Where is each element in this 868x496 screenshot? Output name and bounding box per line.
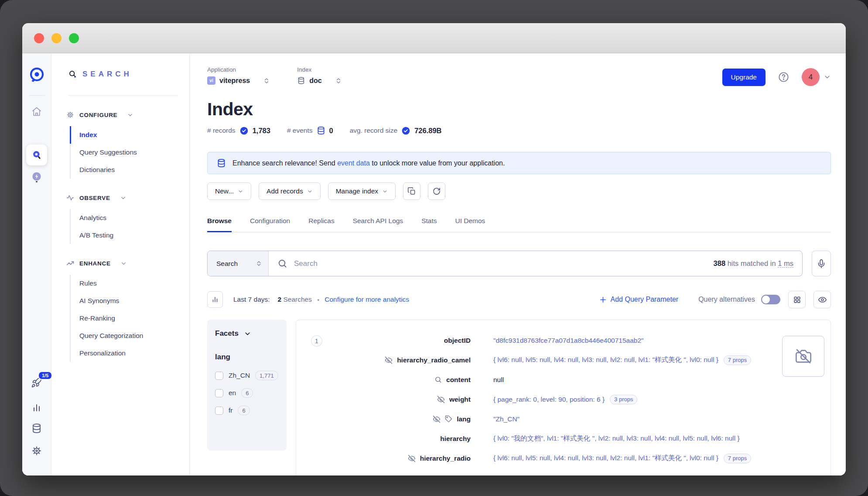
- zoom-window-button[interactable]: [69, 33, 79, 43]
- stat-label: # records: [207, 127, 236, 134]
- manage-index-button[interactable]: Manage index: [328, 183, 396, 200]
- tab-browse[interactable]: Browse: [207, 217, 232, 232]
- app-topbar: Application vi vitepress Index: [207, 66, 831, 86]
- grid-view-button[interactable]: [788, 291, 806, 308]
- index-stats: # records 1,783 # events 0 avg. rec: [207, 125, 831, 136]
- props-count-pill: 3 props: [610, 395, 637, 404]
- field-value: null: [493, 376, 504, 384]
- manage-index-label: Manage index: [336, 187, 378, 195]
- analytics-count: 2 Searches: [278, 296, 312, 303]
- analytics-row: Last 7 days: 2 Searches • Configure for …: [207, 291, 831, 308]
- sidebar-item-ab-testing[interactable]: A/B Testing: [70, 227, 189, 244]
- facet-count: 6: [238, 406, 249, 415]
- facets-header[interactable]: Facets: [215, 329, 279, 338]
- configure-section-header[interactable]: CONFIGURE: [51, 110, 189, 119]
- section-label: ENHANCE: [79, 260, 111, 267]
- field-label: hierarchy_radio_camel: [397, 356, 471, 364]
- hits-time: 1 ms: [778, 259, 793, 268]
- add-records-button[interactable]: Add records: [259, 183, 321, 200]
- facet-checkbox[interactable]: [215, 406, 223, 415]
- rail-divider: [29, 95, 45, 96]
- navigation-sidebar: SEARCH CONFIGURE: [51, 53, 190, 475]
- facet-checkbox[interactable]: [215, 389, 223, 397]
- chevron-down-icon: [120, 260, 127, 267]
- tab-replicas[interactable]: Replicas: [308, 217, 334, 232]
- stat-value: 0: [329, 127, 333, 135]
- sidebar-item-rules[interactable]: Rules: [70, 275, 189, 292]
- sidebar-item-personalization[interactable]: Personalization: [70, 344, 189, 362]
- query-alternatives-toggle[interactable]: [761, 295, 780, 304]
- voice-search-button[interactable]: [812, 251, 831, 276]
- tag-icon: [445, 415, 452, 423]
- sidebar-item-query-categorization[interactable]: Query Categorization: [70, 327, 189, 344]
- sidebar-item-ai-synonyms[interactable]: AI Synonyms: [70, 292, 189, 310]
- database-icon[interactable]: [31, 423, 42, 434]
- gear-icon: [66, 111, 74, 119]
- event-data-link[interactable]: event data: [337, 159, 370, 167]
- analytics-chart-button[interactable]: [207, 291, 223, 308]
- close-window-button[interactable]: [34, 33, 44, 43]
- sidebar-item-analytics[interactable]: Analytics: [70, 209, 189, 227]
- chevron-down-icon: [244, 330, 251, 338]
- tab-search-api-logs[interactable]: Search API Logs: [353, 217, 403, 232]
- preview-visibility-button[interactable]: [813, 291, 831, 308]
- chevron-down-icon[interactable]: [824, 73, 831, 81]
- tab-ui-demos[interactable]: UI Demos: [455, 217, 485, 232]
- recommend-bulb-icon[interactable]: [31, 171, 43, 184]
- field-value: "d8fc931d8763fce77a07d1a8cb446e400715aab…: [493, 337, 644, 344]
- copy-button[interactable]: [403, 183, 420, 200]
- browse-content: Facets lang Zh_CN 1,771: [207, 320, 831, 475]
- search-product-tab[interactable]: [26, 145, 47, 165]
- field-value: { lvl6: null, lvl5: null, lvl4: null, lv…: [493, 454, 718, 463]
- configure-analytics-link[interactable]: Configure for more analytics: [325, 296, 409, 303]
- sidebar-item-dictionaries[interactable]: Dictionaries: [70, 161, 189, 179]
- refresh-button[interactable]: [428, 183, 445, 200]
- props-count-pill: 7 props: [724, 454, 751, 463]
- application-value: vitepress: [219, 77, 250, 85]
- facet-label[interactable]: Zh_CN: [229, 372, 250, 379]
- tab-stats[interactable]: Stats: [421, 217, 437, 232]
- search-input[interactable]: [294, 259, 707, 268]
- field-value: { lvl6: null, lvl5: null, lvl4: null, lv…: [493, 355, 718, 365]
- observe-section-header[interactable]: OBSERVE: [51, 193, 189, 202]
- upgrade-button[interactable]: Upgrade: [722, 69, 765, 86]
- main-content: Application vi vitepress Index: [190, 53, 846, 475]
- bar-chart-icon[interactable]: [31, 402, 42, 413]
- algolia-logo-icon[interactable]: [28, 66, 45, 83]
- banner-text-before: Enhance search relevance! Send: [232, 159, 337, 167]
- home-icon[interactable]: [31, 106, 42, 117]
- minimize-window-button[interactable]: [51, 33, 62, 43]
- chevrons-up-down-icon: [256, 260, 262, 267]
- record-field-lang: lang "Zh_CN": [307, 409, 776, 429]
- facet-checkbox[interactable]: [215, 372, 223, 380]
- field-value: "Zh_CN": [493, 415, 519, 423]
- facet-label[interactable]: fr: [229, 406, 232, 414]
- tab-configuration[interactable]: Configuration: [250, 217, 290, 232]
- analytics-count-suffix: Searches: [281, 296, 312, 303]
- gear-icon[interactable]: [31, 445, 42, 456]
- eye-off-icon: [385, 356, 393, 364]
- props-count-pill: 7 props: [724, 355, 751, 365]
- field-value: { page_rank: 0, level: 90, position: 6 }: [493, 396, 605, 403]
- record-fields: objectID "d8fc931d8763fce77a07d1a8cb446e…: [307, 331, 776, 475]
- help-icon[interactable]: [778, 71, 789, 83]
- facet-label[interactable]: en: [229, 389, 236, 397]
- enhance-section-header[interactable]: ENHANCE: [51, 259, 189, 268]
- application-selector[interactable]: Application vi vitepress: [207, 66, 270, 85]
- facet-count: 6: [241, 388, 253, 398]
- add-query-parameter-button[interactable]: Add Query Parameter: [599, 296, 679, 303]
- sidebar-item-query-suggestions[interactable]: Query Suggestions: [70, 144, 189, 161]
- application-badge: vi: [207, 76, 215, 85]
- search-mode-select[interactable]: Search: [208, 251, 269, 276]
- new-button[interactable]: New...: [207, 183, 251, 200]
- sidebar-item-index[interactable]: Index: [70, 126, 189, 144]
- stat-label: avg. record size: [350, 127, 397, 134]
- sidebar-item-re-ranking[interactable]: Re-Ranking: [70, 310, 189, 327]
- record-field-hierarchy-radio-camel: hierarchy_radio_camel { lvl6: null, lvl5…: [307, 350, 776, 370]
- index-selector[interactable]: Index doc: [297, 66, 342, 85]
- application-label: Application: [207, 66, 270, 73]
- index-label: Index: [297, 66, 342, 73]
- database-icon: [317, 126, 325, 135]
- rocket-progress-badge: 1/5: [38, 371, 52, 380]
- avatar[interactable]: 4: [802, 68, 820, 86]
